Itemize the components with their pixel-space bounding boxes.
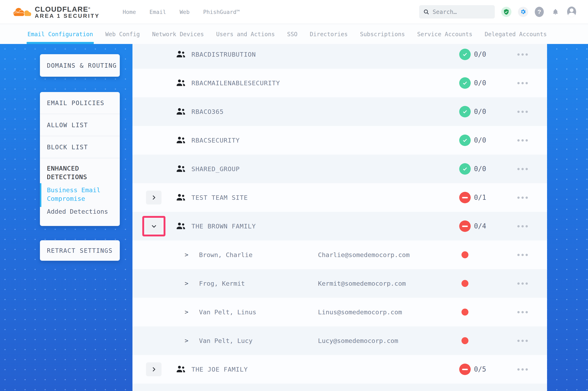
row-actions-button[interactable] (517, 97, 528, 126)
table-row-partial (133, 384, 547, 391)
tab-network-devices[interactable]: Network Devices (152, 24, 204, 44)
member-count: 0/0 (474, 69, 486, 97)
groups-table-panel: RBACDISTRUBUTION 0/0 RBACMAILENABLESECUR… (133, 44, 547, 391)
member-name: Van Pelt, Linus (199, 298, 256, 326)
nav-home[interactable]: Home (123, 9, 136, 15)
sidebar-item-block-list[interactable]: BLOCK LIST (40, 136, 120, 158)
member-count: 0/0 (474, 155, 486, 183)
check-icon (459, 106, 471, 117)
group-icon (176, 108, 186, 115)
tab-users-and-actions[interactable]: Users and Actions (216, 24, 275, 44)
minus-icon (459, 364, 471, 375)
chevron-right-icon[interactable]: > (185, 269, 188, 298)
sidebar-item-added-detections[interactable]: Added Detections (47, 208, 114, 215)
chevron-right-icon[interactable]: > (185, 326, 188, 355)
tab-subscriptions[interactable]: Subscriptions (360, 24, 405, 44)
cloudflare-cloud-icon (13, 5, 31, 18)
group-name: SHARED_GROUP (191, 155, 240, 183)
row-actions-button[interactable] (517, 155, 528, 183)
table-row: RBACMAILENABLESECURITY 0/0 (133, 69, 547, 97)
app-header: CLOUDFLARE® AREA 1 SECURITY Home Email W… (0, 0, 588, 24)
table-row: RBACO365 0/0 (133, 97, 547, 126)
sidebar-section-enhanced-detections: ENHANCED DETECTIONS Business Email Compr… (40, 158, 120, 215)
group-name: RBACSECURITY (191, 126, 240, 155)
bell-icon[interactable] (550, 7, 561, 17)
sidebar-item-domains-routing[interactable]: DOMAINS & ROUTING (40, 54, 120, 77)
shield-check-icon[interactable] (501, 7, 511, 17)
expand-row-button[interactable] (146, 362, 161, 376)
top-nav: Home Email Web PhishGuard™ (123, 9, 240, 15)
status-badge (459, 163, 471, 175)
sidebar-item-allow-list[interactable]: ALLOW LIST (40, 114, 120, 136)
main-background: DOMAINS & ROUTING EMAIL POLICIES ALLOW L… (0, 44, 588, 391)
tab-service-accounts[interactable]: Service Accounts (417, 24, 472, 44)
active-item-indicator (40, 183, 41, 207)
status-badge (459, 192, 471, 203)
status-flag-dot (459, 306, 471, 318)
chevron-right-icon (152, 367, 156, 372)
table-row: RBACSECURITY 0/0 (133, 126, 547, 155)
header-actions: ? (419, 5, 576, 18)
chevron-down-icon (151, 224, 156, 228)
table-row-member: > Frog, Kermit Kermit@somedemocorp.com (133, 269, 547, 298)
nav-email[interactable]: Email (149, 9, 166, 15)
table-row-member: > Brown, Charlie Charlie@somedemocorp.co… (133, 240, 547, 269)
member-name: Van Pelt, Lucy (199, 326, 252, 355)
group-icon (176, 365, 186, 373)
chevron-right-icon[interactable]: > (185, 240, 188, 269)
member-name: Brown, Charlie (199, 240, 252, 269)
member-email: Linus@somedemocorp.com (318, 298, 402, 326)
row-actions-button[interactable] (517, 126, 528, 155)
table-row: TEST TEAM SITE 0/1 (133, 183, 547, 212)
row-actions-button[interactable] (517, 212, 528, 240)
nav-phishguard[interactable]: PhishGuard™ (203, 9, 240, 15)
row-actions-button[interactable] (517, 44, 528, 69)
groups-table: RBACDISTRUBUTION 0/0 RBACMAILENABLESECUR… (133, 44, 547, 391)
nav-web[interactable]: Web (179, 9, 190, 15)
row-actions-button[interactable] (517, 355, 528, 384)
row-actions-button[interactable] (517, 240, 528, 269)
check-icon (459, 135, 471, 146)
group-name: TEST TEAM SITE (191, 183, 248, 212)
search-box[interactable] (419, 5, 495, 18)
check-icon (459, 77, 471, 89)
group-name: THE BROWN FAMILY (191, 212, 256, 240)
account-avatar-icon[interactable] (567, 6, 576, 17)
status-flag-dot (459, 335, 471, 346)
search-input[interactable] (433, 8, 484, 15)
row-actions-button[interactable] (517, 183, 528, 212)
help-icon[interactable]: ? (535, 7, 544, 17)
member-count: 0/1 (474, 183, 486, 212)
table-row: THE JOE FAMILY 0/5 (133, 355, 547, 384)
status-badge (459, 364, 471, 375)
status-flag-dot (459, 278, 471, 289)
expand-row-button[interactable] (146, 191, 161, 204)
status-badge (459, 49, 471, 60)
collapse-row-button[interactable] (146, 219, 162, 233)
group-icon (176, 79, 186, 87)
row-actions-button[interactable] (517, 326, 528, 355)
sidebar-item-email-policies[interactable]: EMAIL POLICIES (40, 92, 120, 114)
group-icon (176, 222, 186, 230)
table-row: SHARED_GROUP 0/0 (133, 155, 547, 183)
group-name: RBACMAILENABLESECURITY (191, 69, 280, 97)
chevron-right-icon[interactable]: > (185, 298, 188, 326)
tab-web-config[interactable]: Web Config (105, 24, 140, 44)
sidebar-policies-card: EMAIL POLICIES ALLOW LIST BLOCK LIST ENH… (40, 92, 120, 226)
sidebar-item-business-email-compromise[interactable]: Business Email Compromise (47, 186, 114, 203)
tab-directories[interactable]: Directories (310, 24, 348, 44)
tab-delegated-accounts[interactable]: Delegated Accounts (485, 24, 547, 44)
row-actions-button[interactable] (517, 69, 528, 97)
member-count: 0/0 (474, 44, 486, 69)
tab-sso[interactable]: SSO (287, 24, 297, 44)
group-icon (176, 194, 186, 201)
group-icon (176, 136, 186, 144)
enhanced-detections-label[interactable]: ENHANCED DETECTIONS (47, 164, 114, 181)
tab-email-configuration[interactable]: Email Configuration (27, 24, 93, 44)
gear-icon[interactable] (518, 7, 528, 17)
row-actions-button[interactable] (517, 298, 528, 326)
table-row: THE BROWN FAMILY 0/4 (133, 212, 547, 240)
member-count: 0/0 (474, 97, 486, 126)
row-actions-button[interactable] (517, 269, 528, 298)
sidebar-item-retract-settings[interactable]: RETRACT SETTINGS (40, 240, 120, 261)
